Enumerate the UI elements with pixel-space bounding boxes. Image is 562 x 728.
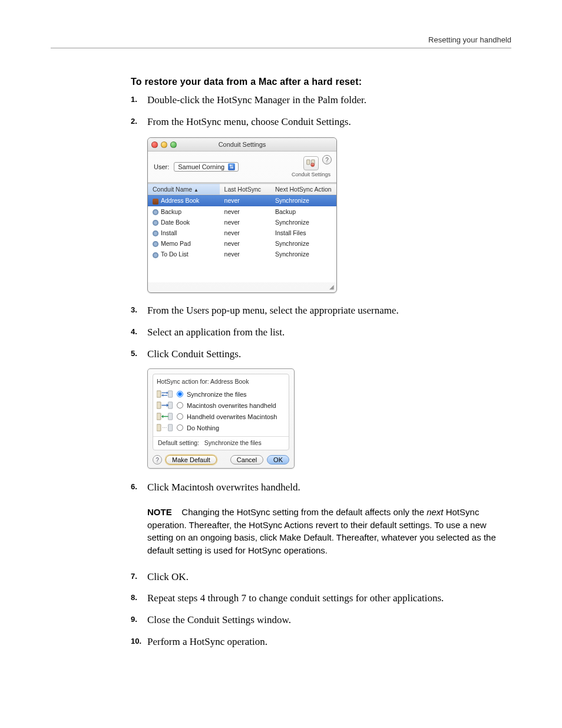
table-row[interactable]: BackupneverBackup <box>148 206 336 217</box>
step-8-text: Repeat steps 4 through 7 to change condu… <box>147 592 444 604</box>
resize-grip-icon[interactable]: ◢ <box>148 282 336 292</box>
dialog-title-app: Address Book <box>210 378 249 385</box>
user-label: User: <box>154 163 169 170</box>
next-action-cell: Backup <box>270 206 336 217</box>
svg-point-2 <box>311 163 315 167</box>
conduit-table: Conduit Name ▲ Last HotSync Next HotSync… <box>148 183 336 259</box>
table-row[interactable]: Memo PadneverSynchronize <box>148 238 336 249</box>
conduit-name: Date Book <box>161 219 190 226</box>
radio-mac-overwrites-label: Macintosh overwrites handheld <box>187 402 276 409</box>
hotsync-action-dialog: HotSync action for: Address Book Synchro… <box>147 368 295 469</box>
do-nothing-icon <box>157 423 173 432</box>
svg-rect-10 <box>168 424 173 431</box>
col-last-hotsync[interactable]: Last HotSync <box>220 184 270 195</box>
conduit-name: Memo Pad <box>161 240 191 247</box>
next-action-cell: Synchronize <box>270 195 336 206</box>
last-hotsync-cell: never <box>220 217 270 228</box>
note-text-1: Changing the HotSync setting from the de… <box>181 507 427 517</box>
conduit-name: Backup <box>161 208 181 215</box>
help-icon[interactable]: ? <box>153 455 162 465</box>
svg-rect-7 <box>157 413 161 420</box>
step-9-text: Close the Conduit Settings window. <box>147 614 291 625</box>
step-8: 8.Repeat steps 4 through 7 to change con… <box>131 591 511 606</box>
step-3: 3.From the Users pop-up menu, select the… <box>131 304 511 318</box>
window-title: Conduit Settings <box>148 141 336 148</box>
address-book-icon <box>153 199 158 205</box>
sync-both-icon <box>157 390 173 398</box>
cancel-button[interactable]: Cancel <box>230 455 263 465</box>
step-7-text: Click OK. <box>147 571 189 582</box>
section-title: To restore your data from a Mac after a … <box>131 77 511 87</box>
default-setting-row: Default setting: Synchronize the files <box>157 439 285 447</box>
conduit-settings-button[interactable] <box>303 156 319 170</box>
radio-synchronize[interactable] <box>177 391 183 397</box>
svg-rect-5 <box>157 402 161 409</box>
step-3-text: From the Users pop-up menu, select the a… <box>147 305 399 316</box>
svg-rect-4 <box>168 391 173 397</box>
radio-synchronize-label: Synchronize the files <box>187 391 247 398</box>
default-setting-label: Default setting: <box>158 439 199 446</box>
conduit-name: Install <box>161 229 177 236</box>
dialog-title-prefix: HotSync action for: <box>157 378 209 385</box>
conduit-name: Address Book <box>161 197 199 204</box>
toolbar-button-label: Conduit Settings <box>292 172 330 177</box>
step-1-text: Double-click the HotSync Manager in the … <box>147 94 366 106</box>
table-row[interactable]: To Do ListneverSynchronize <box>148 249 336 259</box>
radio-do-nothing-label: Do Nothing <box>187 424 219 431</box>
note-italic: next <box>427 507 443 517</box>
next-action-cell: Synchronize <box>270 238 336 249</box>
step-5-text: Click Conduit Settings. <box>147 348 241 360</box>
col-conduit-name[interactable]: Conduit Name ▲ <box>148 184 220 195</box>
ok-button[interactable]: OK <box>267 455 289 465</box>
make-default-button[interactable]: Make Default <box>166 455 217 465</box>
conduit-gear-icon <box>153 230 158 236</box>
user-popup[interactable]: Samuel Corning ⇅ <box>174 162 239 172</box>
radio-handheld-overwrites-label: Handheld overwrites Macintosh <box>187 413 277 420</box>
step-4-text: Select an application from the list. <box>147 327 285 338</box>
default-setting-value: Synchronize the files <box>204 439 262 446</box>
conduit-gear-icon <box>153 252 158 258</box>
chevron-updown-icon: ⇅ <box>228 163 235 170</box>
mac-to-handheld-icon <box>157 401 173 410</box>
svg-rect-8 <box>168 413 173 420</box>
step-5: 5.Click Conduit Settings. <box>131 347 511 362</box>
note-block: NOTE Changing the HotSync setting from t… <box>147 506 511 557</box>
table-row[interactable]: Date BookneverSynchronize <box>148 217 336 228</box>
step-4: 4.Select an application from the list. <box>131 325 511 340</box>
note-label: NOTE <box>147 507 172 517</box>
next-action-cell: Synchronize <box>270 217 336 228</box>
conduit-settings-window: Conduit Settings User: Samuel Corning ⇅ <box>147 137 337 293</box>
step-1: 1.Double-click the HotSync Manager in th… <box>131 93 511 108</box>
step-10-text: Perform a HotSync operation. <box>147 636 267 647</box>
svg-rect-0 <box>307 160 310 164</box>
user-popup-value: Samuel Corning <box>178 163 224 170</box>
sync-gear-icon <box>306 159 316 168</box>
next-action-cell: Install Files <box>270 228 336 238</box>
last-hotsync-cell: never <box>220 249 270 259</box>
step-6-text: Click Macintosh overwrites handheld. <box>147 482 300 493</box>
dialog-title: HotSync action for: Address Book <box>157 378 285 385</box>
table-row[interactable]: Address BookneverSynchronize <box>148 195 336 206</box>
col-next-action[interactable]: Next HotSync Action <box>270 184 336 195</box>
conduit-gear-icon <box>153 209 158 215</box>
svg-rect-3 <box>157 391 161 397</box>
step-2: 2.From the HotSync menu, choose Conduit … <box>131 115 511 130</box>
radio-mac-overwrites[interactable] <box>177 402 183 409</box>
conduit-gear-icon <box>153 220 158 226</box>
table-row[interactable]: InstallneverInstall Files <box>148 228 336 238</box>
step-2-text: From the HotSync menu, choose Conduit Se… <box>147 116 351 127</box>
col-conduit-name-label: Conduit Name <box>153 186 192 193</box>
next-action-cell: Synchronize <box>270 249 336 259</box>
svg-rect-9 <box>157 424 161 431</box>
conduit-name: To Do List <box>161 251 189 258</box>
window-titlebar[interactable]: Conduit Settings <box>148 138 336 151</box>
handheld-to-mac-icon <box>157 412 173 421</box>
radio-handheld-overwrites[interactable] <box>177 413 183 420</box>
last-hotsync-cell: never <box>220 195 270 206</box>
step-9: 9.Close the Conduit Settings window. <box>131 613 511 628</box>
last-hotsync-cell: never <box>220 228 270 238</box>
radio-do-nothing[interactable] <box>177 424 183 431</box>
sort-asc-icon: ▲ <box>194 187 199 193</box>
page-header: Resetting your handheld <box>51 35 511 48</box>
step-6: 6.Click Macintosh overwrites handheld. <box>131 480 511 495</box>
